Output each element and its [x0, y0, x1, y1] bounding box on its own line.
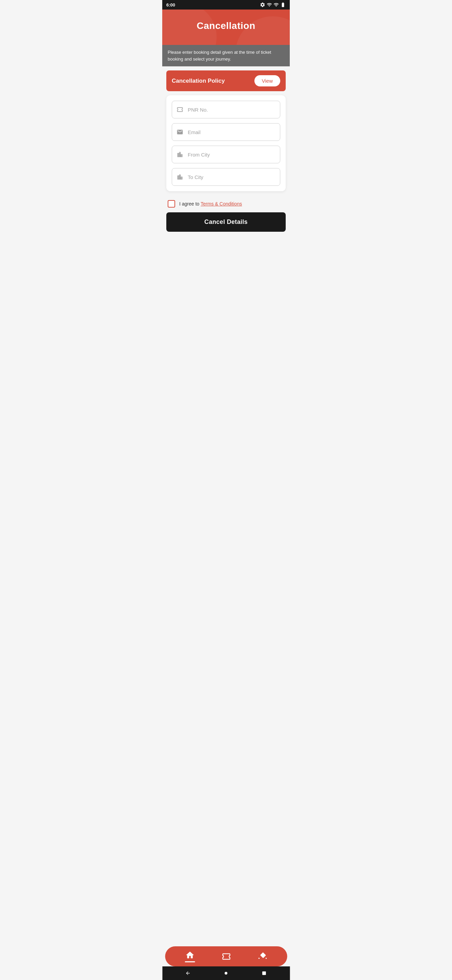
pnr-placeholder: PNR No. — [188, 107, 208, 113]
pnr-field[interactable]: PNR No. — [172, 101, 280, 118]
terms-link[interactable]: Terms & Conditions — [201, 201, 242, 207]
page-title: Cancellation — [168, 21, 284, 31]
building-icon-from — [176, 151, 184, 158]
email-icon — [176, 128, 184, 136]
to-city-field[interactable]: To City — [172, 168, 280, 186]
email-placeholder: Email — [188, 129, 201, 135]
settings-icon — [260, 2, 265, 8]
status-bar: 6:00 — [162, 0, 290, 10]
from-city-field[interactable]: From City — [172, 146, 280, 163]
building-icon-to — [176, 173, 184, 181]
header: Cancellation — [162, 10, 290, 45]
status-time: 6:00 — [166, 2, 175, 8]
wifi-icon — [266, 2, 272, 8]
cancel-details-button[interactable]: Cancel Details — [166, 212, 286, 232]
info-text: Please enter booking detail given at the… — [168, 50, 271, 62]
view-policy-button[interactable]: View — [254, 75, 280, 86]
to-city-placeholder: To City — [188, 174, 203, 180]
email-field[interactable]: Email — [172, 123, 280, 141]
signal-icon — [273, 2, 279, 8]
terms-checkbox[interactable] — [168, 200, 175, 208]
info-banner: Please enter booking detail given at the… — [162, 45, 290, 66]
agree-section: I agree to Terms & Conditions — [162, 195, 290, 212]
ticket-icon — [176, 106, 184, 113]
policy-label: Cancellation Policy — [172, 78, 225, 84]
agree-text: I agree to Terms & Conditions — [179, 201, 242, 207]
policy-bar: Cancellation Policy View — [166, 70, 286, 91]
status-icons — [260, 2, 286, 8]
from-city-placeholder: From City — [188, 152, 210, 158]
spacer — [162, 232, 290, 300]
battery-icon — [280, 2, 286, 8]
form-card: PNR No. Email From City To City — [166, 95, 286, 191]
